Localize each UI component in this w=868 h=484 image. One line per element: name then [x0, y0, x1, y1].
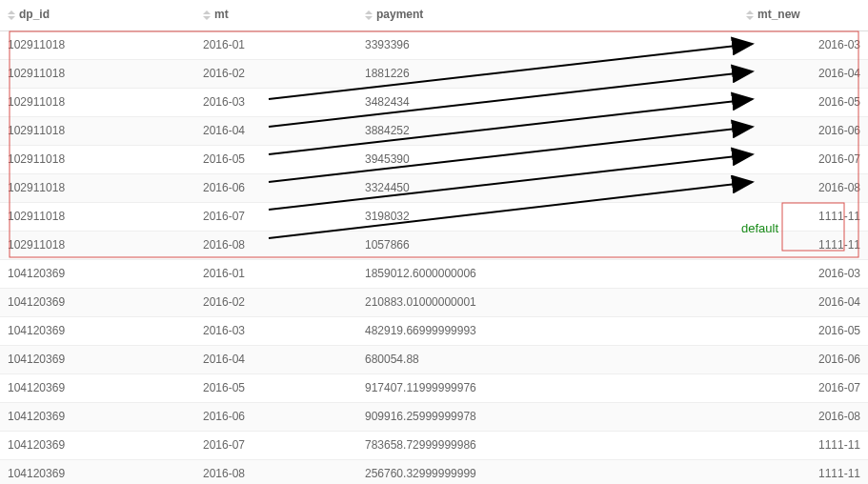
cell-dp_id: 104120369: [0, 259, 195, 288]
cell-mt_new: 2016-06: [738, 116, 868, 145]
cell-mt_new: 2016-06: [738, 345, 868, 373]
col-header-label: mt_new: [757, 8, 800, 21]
cell-payment: 909916.25999999978: [357, 402, 738, 431]
cell-dp_id: 104120369: [0, 316, 195, 345]
table-row: 1029110182016-0334824342016-05: [0, 88, 868, 116]
cell-mt_new: 2016-03: [738, 30, 868, 59]
cell-mt: 2016-07: [195, 202, 357, 231]
table-row: 1041203692016-05917407.119999999762016-0…: [0, 373, 868, 402]
col-header-mt[interactable]: mt: [195, 0, 357, 30]
col-header-label: dp_id: [19, 8, 50, 21]
cell-mt: 2016-02: [195, 288, 357, 316]
cell-mt: 2016-05: [195, 145, 357, 173]
cell-mt: 2016-04: [195, 345, 357, 373]
cell-dp_id: 104120369: [0, 459, 195, 484]
cell-mt: 2016-06: [195, 402, 357, 431]
cell-payment: 256760.32999999999: [357, 459, 738, 484]
table-row: 1041203692016-04680054.882016-06: [0, 345, 868, 373]
table-row: 1029110182016-0810578661111-11: [0, 231, 868, 259]
cell-payment: 210883.01000000001: [357, 288, 738, 316]
cell-mt: 2016-06: [195, 173, 357, 202]
cell-dp_id: 104120369: [0, 402, 195, 431]
cell-dp_id: 102911018: [0, 59, 195, 88]
cell-payment: 482919.66999999993: [357, 316, 738, 345]
cell-payment: 917407.11999999976: [357, 373, 738, 402]
annotation-default-label: default: [741, 221, 778, 235]
cell-dp_id: 102911018: [0, 145, 195, 173]
cell-payment: 680054.88: [357, 345, 738, 373]
cell-dp_id: 104120369: [0, 345, 195, 373]
table-row: 1029110182016-0633244502016-08: [0, 173, 868, 202]
cell-dp_id: 102911018: [0, 88, 195, 116]
cell-mt: 2016-04: [195, 116, 357, 145]
table-row: 1041203692016-08256760.329999999991111-1…: [0, 459, 868, 484]
cell-dp_id: 102911018: [0, 116, 195, 145]
cell-mt_new: 2016-07: [738, 145, 868, 173]
cell-mt_new: 2016-08: [738, 402, 868, 431]
table-row: 1029110182016-0133933962016-03: [0, 30, 868, 59]
cell-payment: 3884252: [357, 116, 738, 145]
cell-payment: 1881226: [357, 59, 738, 88]
table-row: 1041203692016-03482919.669999999932016-0…: [0, 316, 868, 345]
cell-mt: 2016-01: [195, 30, 357, 59]
cell-payment: 3198032: [357, 202, 738, 231]
cell-mt_new: 1111-11: [738, 431, 868, 459]
table-header-row: dp_id mt payment mt_new: [0, 0, 868, 30]
table-row: 1029110182016-0218812262016-04: [0, 59, 868, 88]
cell-mt_new: 1111-11: [738, 459, 868, 484]
cell-payment: 3393396: [357, 30, 738, 59]
col-header-dpid[interactable]: dp_id: [0, 0, 195, 30]
col-header-label: payment: [376, 8, 423, 21]
col-header-label: mt: [214, 8, 229, 21]
col-header-payment[interactable]: payment: [357, 0, 738, 30]
table-row: 1029110182016-0539453902016-07: [0, 145, 868, 173]
cell-mt: 2016-05: [195, 373, 357, 402]
cell-mt_new: 2016-05: [738, 316, 868, 345]
cell-mt_new: 2016-08: [738, 173, 868, 202]
table-row: 1041203692016-06909916.259999999782016-0…: [0, 402, 868, 431]
cell-mt: 2016-07: [195, 431, 357, 459]
cell-mt: 2016-01: [195, 259, 357, 288]
cell-payment: 1057866: [357, 231, 738, 259]
cell-mt: 2016-08: [195, 231, 357, 259]
data-table: dp_id mt payment mt_new 1029110182016-01…: [0, 0, 868, 484]
cell-dp_id: 104120369: [0, 431, 195, 459]
cell-payment: 3945390: [357, 145, 738, 173]
cell-mt: 2016-02: [195, 59, 357, 88]
cell-dp_id: 102911018: [0, 202, 195, 231]
cell-dp_id: 102911018: [0, 173, 195, 202]
table-row: 1041203692016-07783658.729999999861111-1…: [0, 431, 868, 459]
cell-dp_id: 102911018: [0, 30, 195, 59]
cell-mt_new: 2016-03: [738, 259, 868, 288]
col-header-mtnew[interactable]: mt_new: [738, 0, 868, 30]
cell-mt: 2016-03: [195, 88, 357, 116]
cell-payment: 1859012.6000000006: [357, 259, 738, 288]
table-row: 1041203692016-02210883.010000000012016-0…: [0, 288, 868, 316]
cell-dp_id: 102911018: [0, 231, 195, 259]
table-row: 1029110182016-0438842522016-06: [0, 116, 868, 145]
cell-mt: 2016-08: [195, 459, 357, 484]
cell-mt: 2016-03: [195, 316, 357, 345]
cell-mt_new: 2016-04: [738, 288, 868, 316]
cell-mt_new: 2016-04: [738, 59, 868, 88]
cell-mt_new: 2016-07: [738, 373, 868, 402]
cell-payment: 3482434: [357, 88, 738, 116]
cell-payment: 783658.72999999986: [357, 431, 738, 459]
cell-dp_id: 104120369: [0, 288, 195, 316]
cell-dp_id: 104120369: [0, 373, 195, 402]
cell-payment: 3324450: [357, 173, 738, 202]
table-row: 1041203692016-011859012.60000000062016-0…: [0, 259, 868, 288]
cell-mt_new: 2016-05: [738, 88, 868, 116]
table-row: 1029110182016-0731980321111-11: [0, 202, 868, 231]
